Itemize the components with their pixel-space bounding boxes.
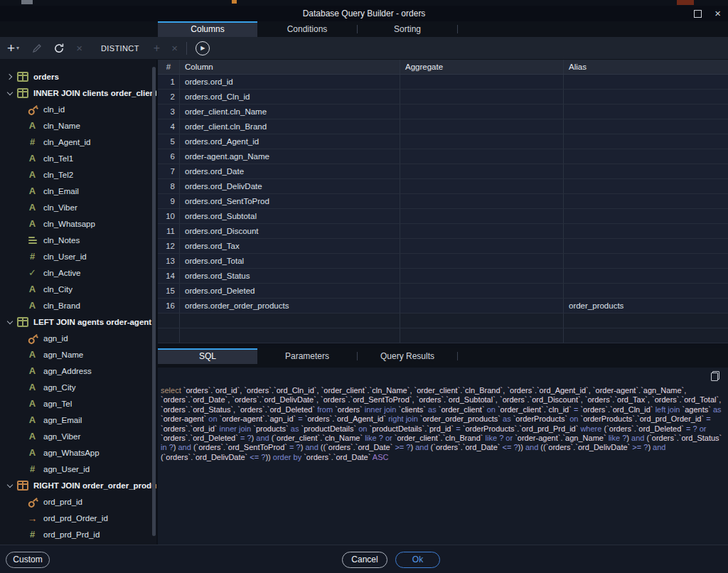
schema-sidebar: ordersINNER JOIN clients order_clientcln… [0, 60, 156, 545]
add-secondary-button[interactable]: + [154, 42, 160, 55]
table-row[interactable]: 10orders.ord_Subtotal [158, 209, 728, 224]
table-row[interactable]: 15orders.ord_Deleted [158, 284, 728, 299]
table-row[interactable]: 3order_client.cln_Name [158, 105, 728, 119]
table-row[interactable]: 8orders.ord_DelivDate [158, 179, 728, 194]
sidebar-item-cln-whatsapp[interactable]: Acln_Whatsapp [0, 215, 156, 232]
sidebar-item-agn-city[interactable]: Aagn_City [0, 379, 156, 395]
table-row[interactable]: 14orders.ord_Status [158, 269, 728, 284]
table-row[interactable]: 6order-agent.agn_Name [158, 149, 728, 164]
tab-query-results[interactable]: Query Results [358, 348, 457, 364]
sidebar-item-cln-notes[interactable]: cln_Notes [0, 232, 156, 248]
sidebar-item-right-join-order-order-product[interactable]: RIGHT JOIN order_order_product [0, 477, 156, 493]
tab-sorting[interactable]: Sorting [358, 21, 457, 37]
table-row[interactable]: 12orders.ord_Tax [158, 239, 728, 254]
sidebar-item-agn-user-id[interactable]: #agn_User_id [0, 461, 156, 477]
sidebar-item-cln-tel2[interactable]: Acln_Tel2 [0, 166, 156, 183]
number-column-icon: # [26, 529, 38, 540]
close-icon[interactable]: × [714, 6, 721, 21]
table-row[interactable]: 4order_client.cln_Brand [158, 119, 728, 134]
sidebar-item-agn-tel[interactable]: Aagn_Tel [0, 395, 156, 412]
row-number [158, 314, 180, 328]
tab-sql[interactable]: SQL [158, 348, 257, 364]
sidebar-item-agn-id[interactable]: agn_id [0, 330, 156, 346]
sql-line: `orders`.`ord_Status`, `orders`.`ord_Del… [161, 405, 722, 414]
copy-icon[interactable] [711, 371, 719, 381]
cell-column: order_client.cln_Brand [180, 119, 400, 134]
sidebar-item-cln-viber[interactable]: Acln_Viber [0, 199, 156, 215]
maximize-icon[interactable] [694, 10, 702, 18]
chevron-down-icon[interactable] [6, 318, 14, 326]
sidebar-item-inner-join-clients-order-client[interactable]: INNER JOIN clients order_client [0, 85, 156, 101]
ok-button[interactable]: Ok [395, 552, 440, 568]
tab-columns[interactable]: Columns [158, 21, 257, 37]
table-row[interactable]: 9orders.ord_SentToProd [158, 194, 728, 209]
sidebar-item-cln-id[interactable]: cln_id [0, 101, 156, 117]
table-row[interactable]: 7orders.ord_Date [158, 164, 728, 179]
sidebar-item-ord-prd-order-id[interactable]: →ord_prd_Order_id [0, 510, 156, 526]
primary-key-icon [26, 104, 38, 115]
result-tabbar: SQL Parameters Query Results [158, 348, 728, 368]
tab-conditions[interactable]: Conditions [257, 21, 357, 37]
sidebar-item-agn-address[interactable]: Aagn_Address [0, 363, 156, 379]
chevron-right-icon[interactable] [6, 73, 14, 80]
text-column-icon: A [26, 202, 38, 213]
delete-column-button[interactable]: × [76, 42, 82, 54]
background-fragment [677, 0, 694, 5]
custom-button[interactable]: Custom [6, 552, 50, 568]
sql-line: `orders`.`ord_Deleted` = ?) and (`order_… [161, 434, 722, 443]
refresh-button[interactable] [53, 43, 65, 54]
sidebar-item-ord-prd-prd-id[interactable]: #ord_prd_Prd_id [0, 526, 156, 542]
sidebar-item-agn-viber[interactable]: Aagn_Viber [0, 428, 156, 444]
row-number: 4 [158, 119, 180, 134]
table-row[interactable]: 16orders.order_order_productsorder_produ… [158, 299, 728, 314]
cell-alias [564, 209, 728, 223]
background-fragment [232, 0, 237, 4]
sidebar-item-agn-name[interactable]: Aagn_Name [0, 346, 156, 363]
sidebar-item-orders[interactable]: orders [0, 68, 156, 85]
sql-panel[interactable]: select `orders`.`ord_id`, `orders`.`ord_… [158, 368, 728, 545]
distinct-toggle[interactable]: DISTINCT [101, 44, 139, 53]
sidebar-item-cln-active[interactable]: ✓cln_Active [0, 264, 156, 281]
tree-item-label: cln_Tel1 [43, 154, 73, 163]
table-row[interactable]: 2orders.ord_Cln_id [158, 90, 728, 105]
sidebar-item-cln-brand[interactable]: Acln_Brand [0, 297, 156, 314]
table-row[interactable]: 11orders.ord_Discount [158, 224, 728, 239]
cell-column: orders.ord_SentToProd [180, 194, 400, 208]
tree-item-label: ord_prd_id [43, 498, 82, 506]
run-query-button[interactable]: ▶ [196, 41, 210, 55]
cancel-button[interactable]: Cancel [342, 552, 387, 568]
text-column-icon: A [26, 349, 38, 360]
sidebar-item-cln-name[interactable]: Acln_Name [0, 117, 156, 134]
toolbar: + ▾ × DISTINCT + × ▶ [0, 37, 728, 60]
delete-secondary-button[interactable]: × [171, 42, 178, 54]
sidebar-scrollbar[interactable] [152, 67, 156, 536]
sidebar-item-cln-tel1[interactable]: Acln_Tel1 [0, 150, 156, 166]
sidebar-item-cln-email[interactable]: Acln_Email [0, 183, 156, 199]
edit-button[interactable] [32, 43, 42, 53]
add-column-button[interactable]: + ▾ [7, 42, 19, 55]
table-row[interactable]: 13orders.ord_Total [158, 254, 728, 269]
chevron-down-icon[interactable] [6, 482, 14, 489]
cell-column [180, 314, 400, 328]
table-row-empty[interactable] [158, 328, 728, 343]
builder-tabbar: Columns Conditions Sorting [0, 21, 728, 37]
sql-line: `orders`.`ord_id` inner join `products` … [161, 424, 722, 434]
boolean-column-icon: ✓ [26, 267, 38, 278]
sql-line: `order-agent` on `order-agent`.`agn_id` … [161, 414, 722, 424]
sidebar-item-ord-prd-id[interactable]: ord_prd_id [0, 493, 156, 510]
chevron-down-icon[interactable] [6, 90, 14, 97]
row-number: 16 [158, 299, 180, 313]
sidebar-item-cln-user-id[interactable]: #cln_User_id [0, 248, 156, 264]
tab-parameters[interactable]: Parameters [257, 348, 357, 364]
sidebar-item-cln-city[interactable]: Acln_City [0, 281, 156, 297]
sidebar-item-agn-email[interactable]: Aagn_Email [0, 412, 156, 428]
row-number: 8 [158, 179, 180, 193]
table-row-empty[interactable] [158, 314, 728, 328]
tree-item-label: cln_Notes [43, 236, 80, 245]
sidebar-item-cln-agent-id[interactable]: #cln_Agent_id [0, 134, 156, 150]
sidebar-item-left-join-agents-order-agent[interactable]: LEFT JOIN agents order-agent [0, 314, 156, 330]
sql-query-text: select `orders`.`ord_id`, `orders`.`ord_… [158, 368, 728, 462]
table-row[interactable]: 1orders.ord_id [158, 75, 728, 90]
table-row[interactable]: 5orders.ord_Agent_id [158, 134, 728, 149]
sidebar-item-agn-whatsapp[interactable]: Aagn_WhatsApp [0, 444, 156, 461]
